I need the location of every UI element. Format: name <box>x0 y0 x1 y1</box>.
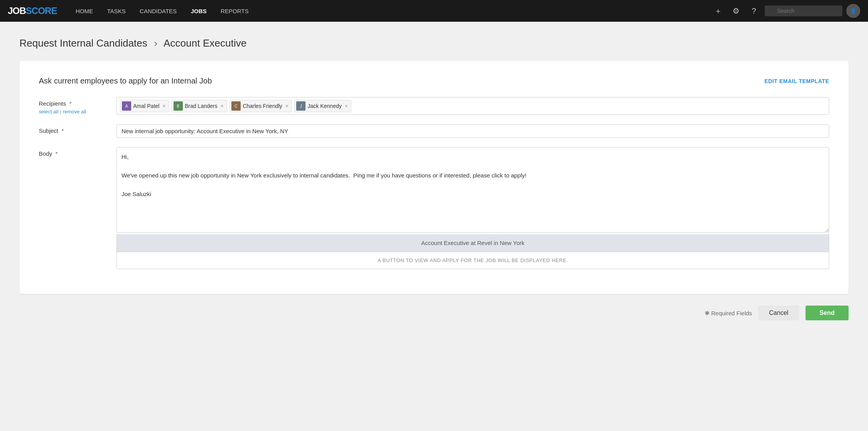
remove-jack-button[interactable]: × <box>345 103 348 109</box>
recipient-name-jack: Jack Kennedy <box>307 103 342 109</box>
select-sep: | <box>60 109 61 115</box>
subject-input[interactable] <box>116 124 829 138</box>
body-required: * <box>56 150 58 157</box>
subject-row: Subject * <box>39 124 829 138</box>
preview-banner: Account Executive at Revel in New York <box>116 234 829 252</box>
recipient-avatar-jack: J <box>296 101 306 111</box>
recipient-tag-jack: J Jack Kennedy × <box>294 100 351 112</box>
remove-all-link[interactable]: remove all <box>63 109 86 115</box>
recipient-avatar-charles: C <box>231 101 241 111</box>
select-all-row: select all | remove all <box>39 109 116 115</box>
subject-label-col: Subject * <box>39 124 116 134</box>
subject-field <box>116 124 829 138</box>
remove-amal-button[interactable]: × <box>163 103 166 109</box>
recipients-box[interactable]: A Amal Patel × B Brad Landers × C Charle… <box>116 97 829 115</box>
user-avatar[interactable]: 👤 <box>846 4 860 18</box>
body-textarea[interactable]: Hi, We've opened up this new job opportu… <box>116 147 829 233</box>
recipients-row: Recipients * select all | remove all A A… <box>39 97 829 115</box>
settings-icon[interactable]: ⚙ <box>729 4 743 18</box>
body-label-col: Body * <box>39 147 116 157</box>
search-input[interactable] <box>765 5 842 16</box>
recipients-label-col: Recipients * select all | remove all <box>39 97 116 115</box>
breadcrumb-link[interactable]: Request Internal Candidates <box>19 37 148 49</box>
card-title: Ask current employees to apply for an In… <box>39 76 212 85</box>
recipient-tag-brad: B Brad Landers × <box>172 100 227 112</box>
body-label: Body <box>39 150 52 157</box>
edit-email-template-link[interactable]: EDIT EMAIL TEMPLATE <box>764 78 829 84</box>
recipient-avatar-brad: B <box>174 101 183 111</box>
add-button[interactable]: ＋ <box>711 4 725 18</box>
nav-home[interactable]: HOME <box>69 0 100 22</box>
logo-score: SCORE <box>26 5 57 16</box>
nav-icons: ＋ ⚙ ? 🔍 👤 <box>711 4 860 18</box>
cancel-button[interactable]: Cancel <box>758 306 799 320</box>
recipients-field: A Amal Patel × B Brad Landers × C Charle… <box>116 97 829 115</box>
preview-button-placeholder: A BUTTON TO VIEW AND APPLY FOR THE JOB W… <box>116 252 829 269</box>
subject-required: * <box>62 127 64 134</box>
subject-label: Subject <box>39 127 58 134</box>
remove-charles-button[interactable]: × <box>285 103 288 109</box>
required-fields-label: Required Fields <box>711 310 752 316</box>
required-asterisk: ✱ <box>705 309 710 317</box>
recipient-name-brad: Brad Landers <box>185 103 217 109</box>
nav-tasks[interactable]: TASKS <box>100 0 133 22</box>
nav-jobs[interactable]: JOBS <box>184 0 214 22</box>
search-wrapper: 🔍 <box>765 5 842 16</box>
select-all-link[interactable]: select all <box>39 109 59 115</box>
nav-candidates[interactable]: CANDIDATES <box>133 0 184 22</box>
breadcrumb-current: Account Executive <box>163 37 247 49</box>
form-footer: ✱ Required Fields Cancel Send <box>19 294 849 324</box>
body-field: Hi, We've opened up this new job opportu… <box>116 147 829 269</box>
send-button[interactable]: Send <box>806 306 849 320</box>
nav-reports[interactable]: REPORTS <box>214 0 255 22</box>
recipient-name-amal: Amal Patel <box>133 103 160 109</box>
logo-job: JOB <box>8 5 26 16</box>
page-content: Request Internal Candidates › Account Ex… <box>0 22 868 340</box>
help-icon[interactable]: ? <box>747 4 761 18</box>
body-row: Body * Hi, We've opened up this new job … <box>39 147 829 269</box>
navbar: JOBSCORE HOME TASKS CANDIDATES JOBS REPO… <box>0 0 868 22</box>
breadcrumb: Request Internal Candidates › Account Ex… <box>19 37 849 49</box>
recipient-avatar-amal: A <box>122 101 131 111</box>
remove-brad-button[interactable]: × <box>220 103 224 109</box>
main-card: Ask current employees to apply for an In… <box>19 61 849 294</box>
logo[interactable]: JOBSCORE <box>8 5 57 16</box>
avatar-initials: 👤 <box>850 8 856 14</box>
nav-links: HOME TASKS CANDIDATES JOBS REPORTS <box>69 0 390 22</box>
recipient-name-charles: Charles Friendly <box>243 103 282 109</box>
recipients-required: * <box>69 100 72 107</box>
card-header: Ask current employees to apply for an In… <box>39 76 829 85</box>
recipient-tag-charles: C Charles Friendly × <box>229 100 292 112</box>
recipients-label: Recipients <box>39 100 66 107</box>
recipient-tag-amal: A Amal Patel × <box>120 100 169 112</box>
required-note: ✱ Required Fields <box>705 309 752 317</box>
breadcrumb-separator: › <box>154 37 158 49</box>
